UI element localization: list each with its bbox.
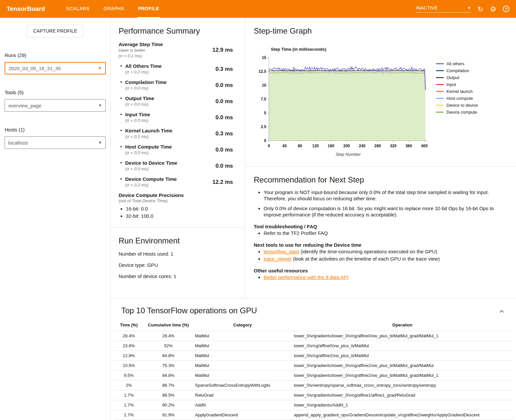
metric-row: Input Time(σ = 0.0 ms)0.0 ms [119, 112, 237, 123]
tools-select[interactable]: overview_page ▼ [5, 99, 106, 112]
metric-value: 0.0 ms [215, 163, 237, 169]
divider [111, 227, 245, 228]
tab-graphs[interactable]: GRAPHS [103, 0, 125, 18]
table-row: 23.6%52%MatMultower_0/v/cg/affine0/xw_pl… [114, 341, 513, 351]
table-row: 28.4%28.4%MatMultower_0/v/gradients/towe… [114, 331, 513, 341]
env-line: Device type: GPU [119, 262, 237, 268]
chart-inner-title: Step Time (in milliseconds) [271, 47, 507, 52]
svg-text:280: 280 [374, 144, 381, 148]
overview-row: Performance Summary Average Step Timelow… [111, 18, 516, 298]
svg-text:200: 200 [343, 144, 350, 148]
table-cell: MatMul [193, 351, 292, 361]
precision-item: 32-bit: 100.0 [126, 213, 237, 219]
metrics-list: Average Step Timelower is better(σ = 0.1… [119, 42, 237, 188]
rec-link[interactable]: tensorflow_stats [264, 249, 299, 254]
top-ops-table: Time (%)Cumulative time (%)CategoryOpera… [114, 321, 513, 420]
chevron-down-icon: ▼ [98, 66, 102, 70]
metric-label: Input Time [125, 112, 150, 118]
svg-text:0: 0 [268, 144, 270, 148]
table-cell: 2% [114, 380, 144, 390]
legend-swatch [436, 63, 444, 64]
tensorboard-app: TensorBoard SCALARSGRAPHSPROFILE INACTIV… [0, 0, 516, 420]
top-ops-section: Top 10 TensorFlow operations on GPU Time… [111, 298, 516, 420]
metric-value: 0.0 ms [215, 114, 237, 121]
env-line: Number of Hosts used: 1 [119, 251, 237, 257]
metric-sigma: (σ = 0.0 ms) [125, 166, 177, 172]
table-row: 12.8%64.8%MatMultower_0/v/cg/affine2/xw_… [114, 351, 513, 361]
svg-text:15: 15 [262, 55, 267, 60]
metric-value: 12.2 ms [213, 179, 237, 185]
metric-left: Average Step Timelower is better(σ = 0.1… [119, 42, 163, 59]
refresh-icon[interactable]: ↻ [478, 6, 484, 13]
metric-sigma: (σ = 0.1 ms) [119, 53, 163, 59]
table-cell: 88.5% [144, 390, 193, 400]
metric-sigma: (σ = 0.2 ms) [125, 182, 177, 188]
legend-swatch [436, 112, 444, 113]
recommendation-bullet: Your program is NOT input-bound because … [264, 189, 507, 202]
rec-link[interactable]: Better performance with the tf.data API [264, 274, 349, 280]
legend-swatch [436, 98, 444, 99]
hosts-select[interactable]: localhost ▼ [5, 136, 106, 149]
table-cell: 23.6% [114, 341, 144, 351]
metric-row: Compilation Time(σ = 0.0 ms)0.0 ms [119, 79, 237, 91]
svg-text:2.5: 2.5 [261, 125, 266, 129]
table-cell: 84.8% [144, 371, 193, 380]
table-cell: tower_0/v/gradients/tower_0/v/cg/affine2… [292, 371, 513, 380]
metric-sigma: (σ = 0.0 ms) [125, 101, 154, 107]
capture-profile-button[interactable]: CAPTURE PROFILE [27, 25, 84, 37]
top-ops-title: Top 10 TensorFlow operations on GPU [121, 306, 257, 315]
step-time-chart: 02.557.51012.515040801201602002402803203… [254, 54, 433, 157]
app-title: TensorBoard [7, 0, 45, 18]
metric-value: 0.0 ms [215, 147, 237, 153]
recommendation-subitem: Refer to the TF2 Profiler FAQ [264, 230, 507, 236]
metric-left: Device to Device Time(σ = 0.0 ms) [119, 160, 177, 172]
table-cell: 91.9% [144, 410, 193, 420]
recommendation-subitem: tensorflow_stats (identify the time-cons… [264, 248, 507, 255]
table-cell: 52% [144, 341, 193, 351]
help-icon[interactable]: ? [503, 6, 509, 12]
status-dropdown[interactable]: INACTIVE ▼ [416, 5, 471, 13]
settings-gear-icon[interactable]: ⚙ [490, 6, 496, 13]
legend-item: Device to device [436, 102, 478, 109]
table-cell: MatMul [193, 341, 292, 351]
table-row: 1.7%88.5%ReluGradtower_0/v/gradients/tow… [114, 390, 513, 400]
metric-value: 0.0 ms [215, 82, 237, 89]
metric-sigma: (σ = 0.1 ms) [125, 134, 172, 139]
table-row: 9.5%84.8%MatMultower_0/v/gradients/tower… [114, 371, 513, 380]
metric-value: 0.3 ms [215, 130, 237, 137]
table-row: 1.7%90.2%AddNtower_0/v/gradients/AddN_1 [114, 400, 513, 410]
table-cell: AddN [193, 400, 292, 410]
legend-swatch [436, 91, 444, 92]
table-cell: MatMul [193, 371, 292, 380]
table-cell: 10.5% [114, 361, 144, 371]
table-cell: tower_0/v/cg/affine0/xw_plus_b/MatMul [292, 341, 513, 351]
runs-select[interactable]: 2020_03_05_18_31_35 ▼ [5, 62, 106, 74]
legend-item: Output [436, 74, 478, 81]
legend-item: Compilation [436, 67, 478, 74]
table-cell: tower_0/v/gradients/tower_0/v/cg/affine1… [292, 390, 513, 400]
svg-text:360: 360 [405, 144, 412, 148]
collapse-section-button[interactable] [498, 309, 505, 315]
legend-label: Device to device [446, 103, 478, 108]
table-cell: 1.7% [114, 400, 144, 410]
tab-scalars[interactable]: SCALARS [66, 0, 90, 18]
table-cell: tower_0/v/gradients/tower_0/v/cg/affine2… [292, 361, 513, 371]
recommendation-bullets: Your program is NOT input-bound because … [254, 189, 507, 218]
table-cell: 12.8% [114, 351, 144, 361]
tab-profile[interactable]: PROFILE [137, 0, 160, 18]
run-environment-lines: Number of Hosts used: 1Device type: GPUN… [119, 251, 237, 279]
recommendation-sublist: tensorflow_stats (identify the time-cons… [254, 248, 507, 262]
metric-row: Device to Device Time(σ = 0.0 ms)0.0 ms [119, 160, 237, 172]
chevron-down-icon: ▼ [467, 6, 471, 10]
metric-sigma: (σ = 0.0 ms) [125, 85, 167, 91]
metric-value: 0.3 ms [215, 66, 237, 72]
tools-label: Tools (5) [5, 90, 106, 95]
table-cell: ApplyGradientDescent [193, 410, 292, 420]
step-time-graph-title: Step-time Graph [254, 26, 507, 36]
precisions-subtext: (out of Total Device Time) [119, 198, 237, 203]
metric-row: All Others Time(σ = 0.2 ms)0.3 ms [119, 63, 237, 75]
metric-row: Average Step Timelower is better(σ = 0.1… [119, 42, 237, 59]
rec-link[interactable]: trace_viewer [264, 256, 292, 262]
svg-text:12.5: 12.5 [259, 69, 267, 74]
recommendation-bullet: Only 0.0% of device computation is 16 bi… [264, 205, 507, 218]
